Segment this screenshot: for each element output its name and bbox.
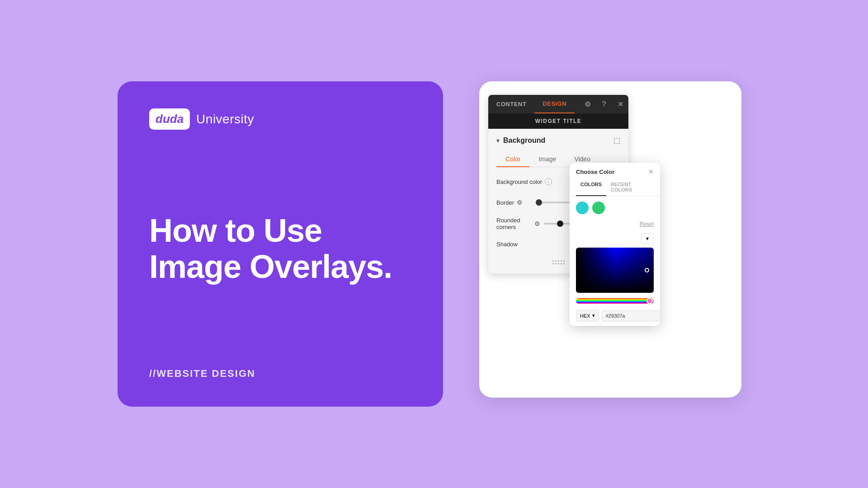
- border-label: Border ⚙: [496, 199, 532, 206]
- dot: [552, 260, 554, 262]
- duda-logo-text: duda: [156, 112, 184, 126]
- tab-content[interactable]: CONTENT: [488, 95, 534, 113]
- cp-swatches: [570, 196, 660, 220]
- color-picker-panel: Choose Color ✕ COLORS RECENT COLORS Rese…: [570, 163, 660, 326]
- widget-tabs: CONTENT DESIGN ⚙ ? ✕: [488, 95, 628, 113]
- cp-tab-recent[interactable]: RECENT COLORS: [606, 179, 654, 196]
- dot: [563, 263, 565, 264]
- sub-tab-image[interactable]: Image: [529, 152, 565, 167]
- heading-line1: How to Use: [149, 212, 322, 249]
- cp-close-icon[interactable]: ✕: [648, 168, 654, 175]
- dot: [555, 260, 557, 262]
- cp-dropdown-btn[interactable]: ▾: [641, 233, 654, 244]
- drag-row-2: [552, 263, 565, 264]
- duda-logo-box: duda: [149, 108, 190, 130]
- drag-dots: [552, 260, 565, 264]
- hex-input[interactable]: [602, 310, 660, 321]
- widget-title-bar: WIDGET TITLE: [488, 113, 628, 129]
- info-icon[interactable]: i: [545, 178, 552, 185]
- hex-row: HEX ▾: [570, 307, 660, 326]
- hue-cursor[interactable]: [646, 298, 653, 304]
- main-heading: How to Use Image Overlays.: [149, 213, 411, 284]
- hue-bar-area: [570, 296, 660, 307]
- sub-tab-color[interactable]: Color: [496, 152, 529, 167]
- cp-swatch-green[interactable]: [592, 202, 605, 214]
- cp-tab-colors[interactable]: COLORS: [576, 179, 606, 196]
- dot: [552, 263, 554, 264]
- heading-line2: Image Overlays.: [149, 249, 392, 285]
- dot: [558, 260, 559, 262]
- reset-button[interactable]: Reset: [640, 221, 654, 227]
- rounded-label: Rounded corners ⚙: [496, 217, 540, 230]
- dot: [558, 263, 559, 264]
- rounded-gear-icon[interactable]: ⚙: [534, 220, 540, 227]
- gradient-saturation: [576, 248, 654, 293]
- cp-swatch-teal[interactable]: [576, 202, 589, 214]
- logo-area: duda University: [149, 108, 411, 130]
- hex-dropdown[interactable]: HEX ▾: [576, 310, 599, 321]
- widget-title-text: WIDGET TITLE: [535, 118, 582, 124]
- cp-reset-area: Reset: [570, 220, 660, 231]
- cp-tabs: COLORS RECENT COLORS: [570, 179, 660, 196]
- tab-design[interactable]: DESIGN: [534, 95, 575, 113]
- university-text: University: [196, 112, 254, 127]
- right-panel: CONTENT DESIGN ⚙ ? ✕ WIDGET TITLE ▾ Back…: [479, 81, 750, 407]
- cp-header: Choose Color ✕: [570, 163, 660, 179]
- border-slider-track[interactable]: [536, 202, 571, 203]
- border-slider-thumb[interactable]: [536, 199, 542, 206]
- cp-title: Choose Color: [576, 169, 614, 175]
- hue-bar[interactable]: [576, 298, 654, 304]
- dropdown-label: ▾: [646, 235, 649, 242]
- chevron-down-icon[interactable]: ▾: [496, 137, 500, 144]
- dot: [563, 260, 565, 262]
- drag-row-1: [552, 260, 565, 262]
- section-title: Background: [503, 136, 610, 145]
- hex-dropdown-chevron: ▾: [592, 313, 595, 319]
- main-container: duda University How to Use Image Overlay…: [0, 63, 868, 425]
- bottom-label: //WEBSITE DESIGN: [149, 368, 411, 380]
- help-icon-btn[interactable]: ?: [596, 96, 612, 113]
- hex-label: HEX: [580, 313, 590, 319]
- section-header: ▾ Background ⬚: [496, 136, 620, 145]
- dot: [555, 263, 557, 264]
- rounded-slider-thumb[interactable]: [557, 221, 563, 227]
- responsive-icon[interactable]: ⬚: [613, 136, 620, 145]
- cp-dropdown-row: ▾: [570, 231, 660, 248]
- gradient-cursor[interactable]: [645, 268, 649, 272]
- border-gear-icon[interactable]: ⚙: [517, 199, 523, 206]
- settings-icon-btn[interactable]: ⚙: [580, 96, 596, 113]
- dot: [561, 260, 562, 262]
- color-gradient-area[interactable]: [576, 248, 654, 293]
- dot: [561, 263, 562, 264]
- close-icon-btn[interactable]: ✕: [612, 96, 628, 113]
- left-card: duda University How to Use Image Overlay…: [118, 81, 443, 407]
